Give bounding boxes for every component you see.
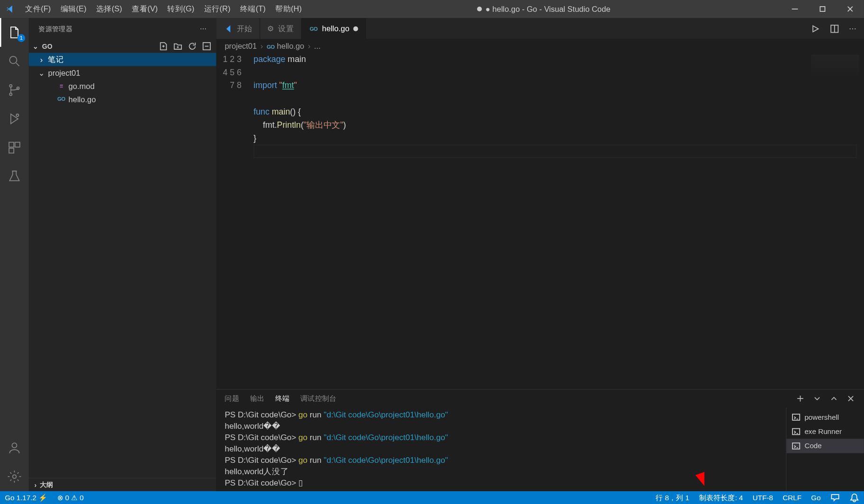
activity-testing[interactable] <box>0 162 29 191</box>
terminal-output[interactable]: PS D:\Git code\Go> go run "d:\Git code\G… <box>216 407 786 491</box>
terminal-dropdown-icon[interactable] <box>812 394 822 403</box>
more-actions-icon[interactable]: ⋯ <box>849 24 856 33</box>
tree-label: hello.go <box>69 95 96 104</box>
status-item[interactable]: 制表符长度: 4 <box>694 491 747 504</box>
status-item[interactable]: 行 8，列 1 <box>651 491 694 504</box>
new-terminal-icon[interactable] <box>795 394 805 403</box>
status-item[interactable]: Go <box>806 491 826 504</box>
go-file-icon: GO <box>309 24 318 33</box>
tree-label: 笔记 <box>48 54 63 65</box>
activity-explorer[interactable]: 1 <box>0 18 29 47</box>
activity-extensions[interactable] <box>0 133 29 162</box>
new-folder-icon[interactable] <box>173 42 182 51</box>
search-icon <box>7 54 21 68</box>
breadcrumb-item[interactable]: ... <box>314 41 321 50</box>
minimap[interactable] <box>811 54 859 79</box>
extensions-icon <box>7 141 21 155</box>
minimize-button[interactable] <box>781 0 809 18</box>
breadcrumb-item[interactable]: project01 <box>225 41 257 50</box>
statusbar: Go 1.17.2 ⚡⊗ 0 ⚠ 0 行 8，列 1制表符长度: 4UTF-8C… <box>0 491 864 504</box>
feedback-icon[interactable] <box>826 491 845 504</box>
activity-scm[interactable] <box>0 76 29 105</box>
title-text: ● hello.go - Go - Visual Studio Code <box>486 5 611 14</box>
titlebar: 文件(F)编辑(E)选择(S)查看(V)转到(G)运行(R)终端(T)帮助(H)… <box>0 0 864 18</box>
sidebar-title: 资源管理器 ⋯ <box>29 18 216 40</box>
current-line-highlight <box>253 145 856 158</box>
tab-label: hello.go <box>322 24 350 33</box>
tree-folder[interactable]: ⌄project01 <box>29 66 216 80</box>
status-item[interactable]: ⊗ 0 ⚠ 0 <box>52 491 89 504</box>
activity-run[interactable] <box>0 105 29 133</box>
terminal-list-item[interactable]: Code <box>786 439 864 453</box>
terminal-list-item[interactable]: powershell <box>786 410 864 424</box>
menu-item[interactable]: 编辑(E) <box>55 0 91 18</box>
close-button[interactable] <box>837 0 864 18</box>
collapse-icon[interactable] <box>202 42 211 51</box>
close-panel-icon[interactable] <box>846 394 855 403</box>
gear-icon <box>7 469 21 484</box>
bell-icon[interactable] <box>845 491 864 504</box>
tree-folder[interactable]: ›笔记 <box>29 53 216 66</box>
editor-tab[interactable]: GOhello.go <box>302 18 366 39</box>
outline-section[interactable]: › 大纲 <box>29 478 216 491</box>
bottom-panel: 问题输出终端调试控制台 PS D:\Git code\Go> go run "d… <box>216 389 864 491</box>
chevron-right-icon: › <box>31 481 40 488</box>
terminal-icon <box>791 441 801 451</box>
window-title: ● hello.go - Go - Visual Studio Code <box>306 5 781 14</box>
editor-tab[interactable]: 开始 <box>216 18 261 39</box>
svg-rect-8 <box>9 148 14 153</box>
refresh-icon[interactable] <box>188 42 197 51</box>
chevron-down-icon: ⌄ <box>37 68 46 77</box>
svg-point-2 <box>9 85 12 87</box>
explorer-badge: 1 <box>18 34 26 42</box>
panel-tab[interactable]: 终端 <box>275 393 289 404</box>
menubar: 文件(F)编辑(E)选择(S)查看(V)转到(G)运行(R)终端(T)帮助(H) <box>20 0 306 18</box>
breadcrumb-item[interactable]: GOhello.go <box>267 41 304 50</box>
terminal-icon <box>791 427 801 436</box>
code-editor[interactable]: 1 2 3 4 5 6 7 8 package main import "fmt… <box>216 52 864 389</box>
svg-point-10 <box>13 475 17 478</box>
chevron-down-icon: ⌄ <box>31 42 40 50</box>
menu-item[interactable]: 转到(G) <box>162 0 199 18</box>
code-content[interactable]: package main import "fmt" func main() { … <box>253 52 864 389</box>
outline-label: 大纲 <box>40 480 53 489</box>
chevron-right-icon: › <box>261 41 263 50</box>
maximize-button[interactable] <box>809 0 836 18</box>
sidebar-more-icon[interactable]: ⋯ <box>200 25 207 33</box>
editor-tab[interactable]: ⚙设置 <box>260 18 302 39</box>
activity-search[interactable] <box>0 47 29 76</box>
tree-file[interactable]: GOhello.go <box>29 92 216 106</box>
activity-settings[interactable] <box>0 462 29 491</box>
window-controls <box>781 0 864 18</box>
menu-item[interactable]: 文件(F) <box>20 0 55 18</box>
status-item[interactable]: CRLF <box>778 491 806 504</box>
vscode-icon <box>224 24 233 33</box>
run-icon[interactable] <box>810 24 820 33</box>
tree-file[interactable]: ≡go.mod <box>29 79 216 92</box>
menu-item[interactable]: 终端(T) <box>235 0 270 18</box>
maximize-panel-icon[interactable] <box>829 394 838 403</box>
menu-item[interactable]: 运行(R) <box>199 0 235 18</box>
terminal-name: Code <box>804 442 821 451</box>
tab-label: 设置 <box>278 23 294 34</box>
new-file-icon[interactable] <box>159 42 168 51</box>
menu-item[interactable]: 选择(S) <box>91 0 127 18</box>
breadcrumbs[interactable]: project01›GOhello.go›... <box>216 39 864 52</box>
menu-item[interactable]: 查看(V) <box>127 0 162 18</box>
panel-tab[interactable]: 调试控制台 <box>300 393 336 404</box>
svg-point-5 <box>16 114 18 116</box>
terminal-list-item[interactable]: exe Runner <box>786 424 864 439</box>
menu-item[interactable]: 帮助(H) <box>270 0 306 18</box>
split-editor-icon[interactable] <box>830 24 839 33</box>
status-item[interactable]: UTF-8 <box>748 491 778 504</box>
panel-toolbar <box>795 394 855 403</box>
svg-rect-7 <box>15 142 20 147</box>
account-icon <box>7 441 21 455</box>
svg-rect-6 <box>9 142 14 147</box>
activity-account[interactable] <box>0 433 29 462</box>
folder-header[interactable]: ⌄ GO <box>29 40 216 53</box>
folder-name: GO <box>42 43 53 50</box>
panel-tab[interactable]: 输出 <box>250 393 264 404</box>
panel-tab[interactable]: 问题 <box>225 393 239 404</box>
status-item[interactable]: Go 1.17.2 ⚡ <box>0 491 52 504</box>
